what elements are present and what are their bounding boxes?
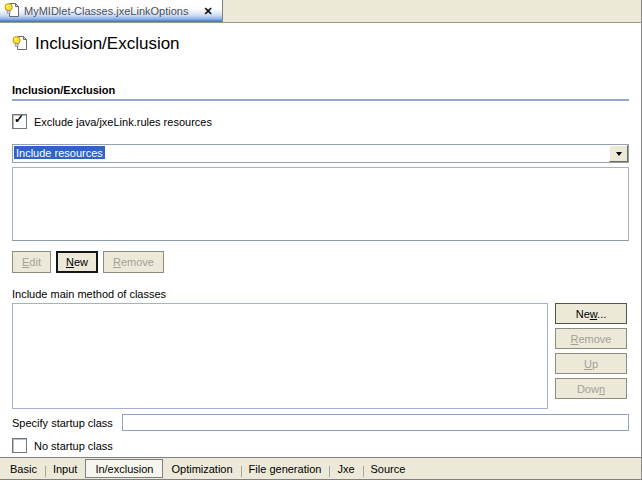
edit-button[interactable]: Edit xyxy=(12,251,51,273)
tab-optimization[interactable]: Optimization xyxy=(163,458,240,479)
tab-file-generation[interactable]: File generation xyxy=(241,458,330,479)
section-separator xyxy=(12,99,629,101)
close-icon[interactable]: ✕ xyxy=(200,5,215,18)
page-tab-bar: Basic Input In/exclusion Optimization Fi… xyxy=(0,457,641,480)
chevron-down-icon xyxy=(616,152,622,159)
tab-source[interactable]: Source xyxy=(363,458,414,479)
bulb-page-icon xyxy=(12,35,28,53)
editor-window: MyMIDlet-Classes.jxeLinkOptions ✕ Inclus… xyxy=(0,0,642,480)
editor-page: Inclusion/Exclusion Inclusion/Exclusion … xyxy=(0,23,641,457)
no-startup-label: No startup class xyxy=(34,440,113,452)
resource-list-buttons: Edit New Remove xyxy=(12,251,629,273)
main-method-buttons: New... Remove Up Down xyxy=(555,303,627,403)
checkmark-icon: ✓ xyxy=(14,112,24,126)
exclude-resources-checkbox[interactable]: ✓ xyxy=(12,114,27,129)
no-startup-checkbox[interactable] xyxy=(12,438,27,453)
resource-filter-combobox[interactable]: Include resources xyxy=(12,144,629,163)
tab-in-exclusion[interactable]: In/exclusion xyxy=(85,459,163,478)
up-button[interactable]: Up xyxy=(555,353,627,374)
main-method-label: Include main method of classes xyxy=(12,288,629,300)
startup-class-input[interactable] xyxy=(122,414,629,431)
page-title-row: Inclusion/Exclusion xyxy=(12,34,629,54)
tab-basic[interactable]: Basic xyxy=(2,458,45,479)
editor-tab-bar: MyMIDlet-Classes.jxeLinkOptions ✕ xyxy=(0,0,641,23)
new-button[interactable]: New xyxy=(56,251,98,273)
remove-class-button[interactable]: Remove xyxy=(555,328,627,349)
editor-tab-label: MyMIDlet-Classes.jxeLinkOptions xyxy=(24,5,188,17)
startup-class-row: Specify startup class xyxy=(12,414,629,431)
exclude-resources-row: ✓ Exclude java/jxeLink.rules resources xyxy=(12,114,629,129)
page-title: Inclusion/Exclusion xyxy=(35,34,180,54)
tab-input[interactable]: Input xyxy=(45,458,85,479)
section-header: Inclusion/Exclusion xyxy=(12,84,629,96)
remove-button[interactable]: Remove xyxy=(103,251,164,273)
bulb-page-icon xyxy=(4,2,20,20)
startup-class-label: Specify startup class xyxy=(12,417,113,429)
main-method-classes-list[interactable] xyxy=(12,303,548,409)
tab-jxe[interactable]: Jxe xyxy=(329,458,362,479)
main-method-area: New... Remove Up Down xyxy=(12,303,629,409)
resource-patterns-list[interactable] xyxy=(12,167,629,241)
editor-tab-jxelinkoptions[interactable]: MyMIDlet-Classes.jxeLinkOptions ✕ xyxy=(0,0,223,22)
combobox-selected-value: Include resources xyxy=(14,146,105,159)
new-class-button[interactable]: New... xyxy=(555,303,627,324)
exclude-resources-label: Exclude java/jxeLink.rules resources xyxy=(34,116,212,128)
no-startup-row: No startup class xyxy=(12,438,629,453)
combobox-dropdown-button[interactable] xyxy=(609,145,628,162)
down-button[interactable]: Down xyxy=(555,378,627,399)
